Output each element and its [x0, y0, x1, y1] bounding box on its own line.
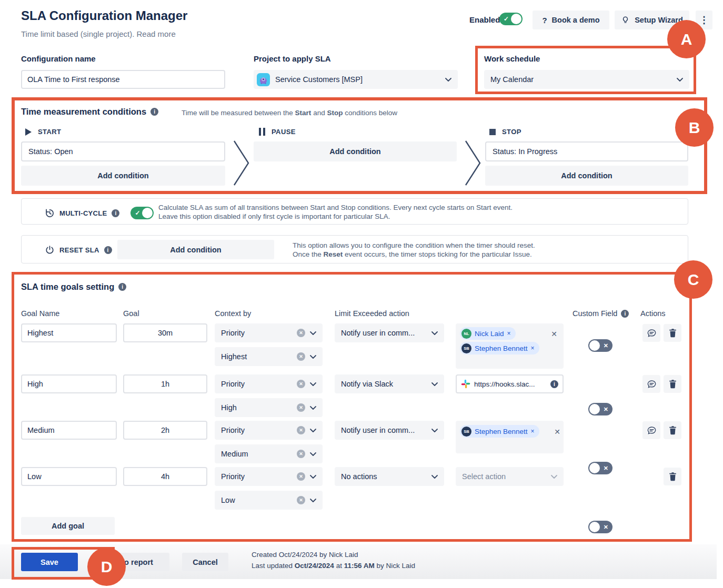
custom-field-toggle[interactable]: ✕ [588, 403, 612, 415]
desc-text: Time will be measured between the [182, 109, 295, 117]
custom-field-toggle[interactable]: ✕ [588, 339, 612, 352]
clear-all-icon[interactable]: ✕ [551, 330, 557, 338]
custom-field-toggle[interactable]: ✕ [588, 521, 612, 533]
notify-users-box[interactable]: NL Nick Laid × SB Stephen Bennett × ✕ [456, 323, 564, 369]
comment-button[interactable] [642, 324, 660, 342]
clear-icon[interactable]: ✕ [297, 329, 305, 337]
toggle-knob [589, 463, 600, 473]
goal-value-input[interactable] [123, 323, 207, 342]
annotation-circle-c: C [674, 260, 712, 299]
book-demo-button[interactable]: ? Book a demo [533, 11, 609, 29]
goal-value-input[interactable] [123, 374, 207, 393]
limit-action-select[interactable]: Notify via Slack [335, 374, 444, 393]
add-condition-label: Add condition [170, 246, 221, 254]
context-field-select[interactable]: Priority ✕ [215, 323, 323, 342]
custom-field-toggle[interactable]: ✕ [588, 462, 612, 474]
enabled-toggle[interactable]: ✓ [499, 13, 523, 25]
clear-icon[interactable]: ✕ [297, 380, 305, 388]
user-pill[interactable]: NL Nick Laid × [460, 327, 516, 340]
question-icon: ? [542, 16, 547, 25]
goal-name-input[interactable] [21, 421, 117, 440]
stop-add-condition-button[interactable]: Add condition [485, 166, 688, 186]
goal-value-input[interactable] [123, 421, 207, 440]
notify-users-box[interactable]: SB Stephen Bennett × ✕ [456, 421, 564, 453]
kebab-menu-button[interactable]: ⋮ [696, 11, 712, 29]
multi-cycle-card: MULTI-CYCLE i ✓ Calculate SLA as sum of … [21, 198, 688, 225]
clear-icon[interactable]: ✕ [297, 496, 305, 504]
remove-user-icon[interactable]: × [531, 428, 535, 435]
delete-button[interactable] [664, 421, 681, 439]
read-more-link[interactable]: Read more [137, 29, 176, 38]
pause-header: PAUSE [259, 128, 296, 136]
context-value-select[interactable]: Medium ✕ [215, 444, 323, 463]
goals-title-text: SLA time goals setting [21, 282, 114, 292]
goal-name-input[interactable] [21, 467, 117, 486]
configuration-name-input[interactable] [21, 70, 225, 89]
delete-button[interactable] [664, 375, 681, 393]
multi-cycle-header: MULTI-CYCLE i ✓ [45, 207, 154, 219]
project-avatar-icon [257, 73, 270, 86]
info-icon[interactable]: i [550, 380, 558, 388]
chevron-down-icon [431, 475, 438, 479]
save-button[interactable]: Save [21, 553, 78, 571]
desc-line: Once the Reset event occurs, the timer s… [293, 250, 535, 259]
context-value-select[interactable]: High ✕ [215, 398, 323, 417]
pause-add-condition-button[interactable]: Add condition [254, 141, 457, 161]
context-value-text: Highest [221, 352, 293, 361]
comment-button[interactable] [642, 375, 660, 393]
clear-icon[interactable]: ✕ [297, 472, 305, 481]
delete-button[interactable] [664, 324, 681, 342]
info-icon[interactable]: i [112, 209, 119, 217]
remove-user-icon[interactable]: × [507, 330, 511, 337]
context-field-select[interactable]: Priority ✕ [215, 374, 323, 393]
goal-name-input[interactable] [21, 374, 117, 393]
comment-button[interactable] [642, 421, 660, 439]
stop-condition-chip[interactable]: Status: In Progress [485, 141, 688, 161]
work-schedule-select[interactable]: My Calendar [484, 70, 689, 89]
remove-user-icon[interactable]: × [531, 344, 535, 352]
info-icon[interactable]: i [104, 246, 112, 254]
clear-icon[interactable]: ✕ [297, 403, 305, 412]
avatar: SB [461, 427, 471, 437]
start-condition-chip[interactable]: Status: Open [21, 141, 225, 161]
limit-action-value: Notify via Slack [341, 380, 427, 388]
work-schedule-label: Work schedule [484, 54, 540, 63]
desc-bold-start: Start [295, 109, 312, 117]
limit-action-select[interactable]: Notify user in comm... [335, 421, 444, 440]
clear-all-icon[interactable]: ✕ [554, 428, 560, 436]
setup-wizard-button[interactable]: Setup Wizard [615, 11, 689, 29]
desc-line: Calculate SLA as sum of all transitions … [158, 203, 513, 212]
slack-webhook-input[interactable]: https://hooks.slac... i [456, 374, 564, 393]
delete-button[interactable] [664, 468, 681, 485]
info-icon[interactable]: i [118, 283, 126, 291]
user-pill[interactable]: SB Stephen Bennett × [460, 425, 539, 438]
context-field-select[interactable]: Priority ✕ [215, 467, 323, 486]
meta-text: Last updated [252, 562, 295, 570]
add-goal-button[interactable]: Add goal [21, 517, 115, 535]
audit-info: Created Oct/24/2024 by Nick Laid Last up… [252, 549, 415, 571]
context-field-value: Priority [221, 329, 293, 337]
limit-action-select[interactable]: Notify user in comm... [335, 323, 444, 342]
desc-bold-stop: Stop [327, 109, 343, 117]
limit-action-select[interactable]: No actions [335, 467, 444, 486]
info-icon[interactable]: i [621, 310, 629, 318]
select-action-select[interactable]: Select action [456, 467, 564, 486]
user-pill[interactable]: SB Stephen Bennett × [460, 342, 539, 354]
go-to-report-button[interactable]: Go to report [93, 553, 169, 571]
clear-icon[interactable]: ✕ [297, 426, 305, 434]
start-add-condition-button[interactable]: Add condition [21, 166, 225, 186]
goal-value-input[interactable] [123, 467, 207, 486]
multi-cycle-toggle[interactable]: ✓ [130, 207, 154, 219]
context-field-select[interactable]: Priority ✕ [215, 421, 323, 440]
context-value-select[interactable]: Highest ✕ [215, 347, 323, 366]
clear-icon[interactable]: ✕ [297, 450, 305, 458]
project-select[interactable]: Service Customers [MSP] [254, 70, 458, 89]
goal-name-input[interactable] [21, 323, 117, 342]
stop-header: STOP [489, 128, 521, 136]
cancel-button[interactable]: Cancel [182, 553, 228, 571]
clear-icon[interactable]: ✕ [297, 352, 305, 361]
reset-add-condition-button[interactable]: Add condition [117, 240, 274, 259]
info-icon[interactable]: i [150, 108, 158, 116]
user-name: Nick Laid [475, 330, 504, 338]
context-value-select[interactable]: Low ✕ [215, 491, 323, 510]
